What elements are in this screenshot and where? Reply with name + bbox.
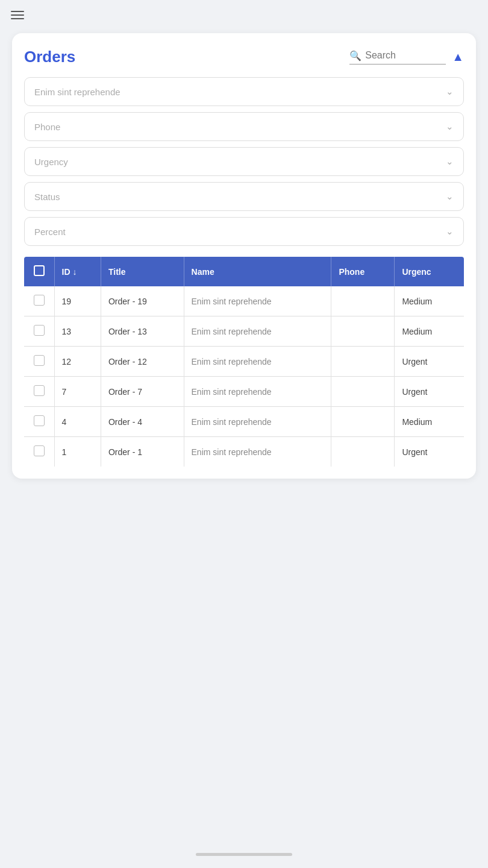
row-checkbox-cell[interactable] — [24, 316, 54, 347]
col-urgency-label: Urgenc — [402, 267, 431, 277]
chevron-down-icon: ⌄ — [446, 226, 454, 237]
row-phone — [331, 316, 395, 347]
row-phone — [331, 347, 395, 377]
row-phone — [331, 377, 395, 407]
row-phone — [331, 407, 395, 437]
sort-down-icon: ↓ — [73, 267, 77, 277]
header-row: Orders 🔍 ▲ — [24, 48, 464, 66]
row-checkbox-cell[interactable] — [24, 437, 54, 467]
row-urgency: Urgent — [395, 437, 464, 467]
col-name-label: Name — [192, 267, 214, 277]
row-title: Order - 4 — [101, 407, 184, 437]
row-checkbox-cell[interactable] — [24, 407, 54, 437]
table-row: 13Order - 13Enim sint reprehendeMedium — [24, 316, 464, 347]
table-row: 4Order - 4Enim sint reprehendeMedium — [24, 407, 464, 437]
table-row: 7Order - 7Enim sint reprehendeUrgent — [24, 377, 464, 407]
header-urgency-col[interactable]: Urgenc — [395, 257, 464, 286]
row-phone — [331, 286, 395, 316]
row-id: 4 — [54, 407, 101, 437]
orders-table-wrapper: ID ↓ Title Name Phone Urgenc — [24, 257, 464, 467]
col-id-label: ID — [62, 267, 70, 277]
search-input[interactable] — [365, 50, 443, 61]
row-checkbox-cell[interactable] — [24, 377, 54, 407]
row-title: Order - 1 — [101, 437, 184, 467]
orders-table: ID ↓ Title Name Phone Urgenc — [24, 257, 464, 467]
row-urgency: Medium — [395, 316, 464, 347]
row-checkbox[interactable] — [34, 325, 45, 336]
filter-phone-dropdown[interactable]: Phone ⌄ — [24, 112, 464, 141]
row-name: Enim sint reprehende — [184, 286, 331, 316]
chevron-down-icon: ⌄ — [446, 191, 454, 202]
chevron-down-icon: ⌄ — [446, 86, 454, 97]
row-title: Order - 12 — [101, 347, 184, 377]
table-header-row: ID ↓ Title Name Phone Urgenc — [24, 257, 464, 286]
row-title: Order - 13 — [101, 316, 184, 347]
header-checkbox-col[interactable] — [24, 257, 54, 286]
page-title: Orders — [24, 48, 75, 66]
table-body: 19Order - 19Enim sint reprehendeMedium13… — [24, 286, 464, 467]
filter-percent-dropdown[interactable]: Percent ⌄ — [24, 217, 464, 246]
row-urgency: Urgent — [395, 377, 464, 407]
filter-status-label: Status — [34, 192, 60, 202]
row-id: 13 — [54, 316, 101, 347]
row-checkbox-cell[interactable] — [24, 347, 54, 377]
row-name: Enim sint reprehende — [184, 407, 331, 437]
col-phone-label: Phone — [339, 267, 364, 277]
col-title-label: Title — [108, 267, 126, 277]
filter-status-dropdown[interactable]: Status ⌄ — [24, 182, 464, 211]
row-id: 7 — [54, 377, 101, 407]
header-title-col[interactable]: Title — [101, 257, 184, 286]
scrollbar-indicator — [196, 853, 292, 856]
filter-row: Enim sint reprehende ⌄ Phone ⌄ Urgency ⌄… — [24, 77, 464, 246]
table-row: 1Order - 1Enim sint reprehendeUrgent — [24, 437, 464, 467]
filter-phone-label: Phone — [34, 122, 60, 132]
main-card: Orders 🔍 ▲ Enim sint reprehende ⌄ Phone … — [12, 33, 476, 479]
row-checkbox[interactable] — [34, 355, 45, 366]
row-checkbox[interactable] — [34, 445, 45, 456]
row-urgency: Medium — [395, 286, 464, 316]
row-checkbox[interactable] — [34, 385, 45, 396]
row-checkbox[interactable] — [34, 415, 45, 426]
search-area: 🔍 ▲ — [349, 50, 464, 64]
row-urgency: Urgent — [395, 347, 464, 377]
table-row: 12Order - 12Enim sint reprehendeUrgent — [24, 347, 464, 377]
row-id: 12 — [54, 347, 101, 377]
search-input-wrapper: 🔍 — [349, 50, 446, 64]
row-title: Order - 7 — [101, 377, 184, 407]
filter-icon[interactable]: ▲ — [452, 50, 464, 64]
row-urgency: Medium — [395, 407, 464, 437]
header-name-col[interactable]: Name — [184, 257, 331, 286]
filter-name-label: Enim sint reprehende — [34, 87, 120, 97]
filter-percent-label: Percent — [34, 227, 66, 237]
chevron-down-icon: ⌄ — [446, 156, 454, 167]
filter-urgency-label: Urgency — [34, 157, 68, 167]
row-id: 19 — [54, 286, 101, 316]
hamburger-menu-button[interactable] — [11, 11, 24, 19]
row-name: Enim sint reprehende — [184, 347, 331, 377]
filter-name-dropdown[interactable]: Enim sint reprehende ⌄ — [24, 77, 464, 106]
row-name: Enim sint reprehende — [184, 437, 331, 467]
table-row: 19Order - 19Enim sint reprehendeMedium — [24, 286, 464, 316]
row-checkbox[interactable] — [34, 295, 45, 306]
header-phone-col[interactable]: Phone — [331, 257, 395, 286]
row-checkbox-cell[interactable] — [24, 286, 54, 316]
row-id: 1 — [54, 437, 101, 467]
filter-urgency-dropdown[interactable]: Urgency ⌄ — [24, 147, 464, 176]
row-phone — [331, 437, 395, 467]
row-title: Order - 19 — [101, 286, 184, 316]
select-all-checkbox[interactable] — [34, 265, 45, 276]
header-id-col[interactable]: ID ↓ — [54, 257, 101, 286]
row-name: Enim sint reprehende — [184, 316, 331, 347]
row-name: Enim sint reprehende — [184, 377, 331, 407]
chevron-down-icon: ⌄ — [446, 121, 454, 132]
search-icon: 🔍 — [349, 50, 361, 61]
